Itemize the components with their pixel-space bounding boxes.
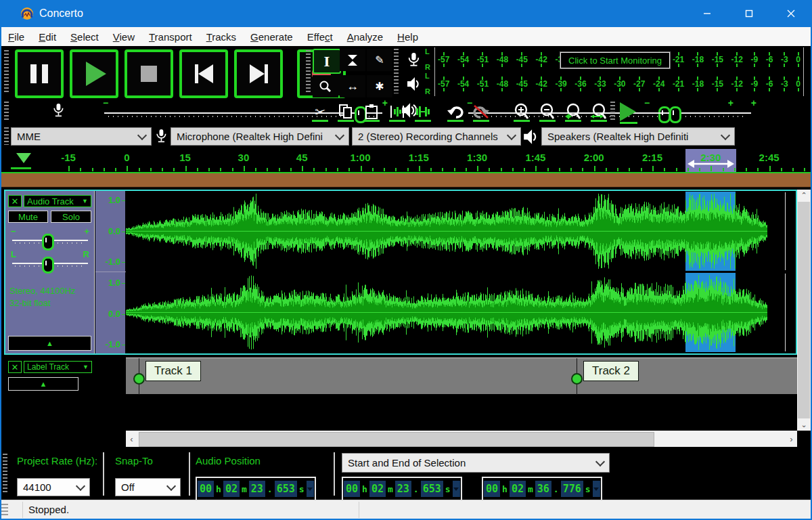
- zoom-out-button[interactable]: [536, 102, 559, 122]
- time-unit[interactable]: h: [501, 481, 509, 497]
- selection-mode-dropdown[interactable]: Start and End of Selection: [342, 453, 610, 473]
- cut-button[interactable]: ✂: [309, 102, 332, 122]
- horizontal-scrollbar[interactable]: ‹ ›: [126, 431, 797, 447]
- menu-item-transport[interactable]: Transport: [149, 31, 192, 43]
- maximize-button[interactable]: [728, 0, 770, 27]
- zoom-tool-button[interactable]: [313, 75, 338, 98]
- undo-button[interactable]: [444, 102, 467, 122]
- menu-item-file[interactable]: File: [8, 31, 24, 43]
- time-unit[interactable]: m: [526, 481, 535, 497]
- pan-thumb[interactable]: [42, 257, 54, 274]
- snap-to-dropdown[interactable]: Off: [115, 478, 181, 496]
- time-unit[interactable]: h: [215, 481, 223, 497]
- time-unit[interactable]: m: [386, 481, 394, 497]
- selection-end-field[interactable]: 00h02m36.776s: [482, 477, 602, 501]
- label-track-name-menu[interactable]: Label Track▼: [24, 361, 92, 373]
- time-digit[interactable]: 23: [395, 481, 411, 497]
- time-digit[interactable]: 23: [249, 481, 265, 497]
- time-field-dropdown-arrow[interactable]: [453, 481, 460, 497]
- scroll-up-arrow[interactable]: ⌃: [797, 191, 811, 200]
- play-button[interactable]: [70, 49, 118, 98]
- audio-host-dropdown[interactable]: MME: [11, 127, 152, 146]
- solo-button[interactable]: Solo: [51, 211, 91, 223]
- tools-toolbar-grip[interactable]: [306, 50, 311, 93]
- time-unit[interactable]: h: [361, 481, 369, 497]
- recording-channels-dropdown[interactable]: 2 (Stereo) Recording Channels: [352, 127, 521, 146]
- skip-to-end-button[interactable]: [234, 49, 283, 98]
- scroll-right-arrow[interactable]: ›: [786, 434, 797, 444]
- selection-start-field[interactable]: 00h02m23.653s: [342, 477, 462, 501]
- mute-button[interactable]: Mute: [8, 211, 48, 223]
- menu-item-edit[interactable]: Edit: [39, 31, 56, 43]
- vertical-ruler[interactable]: 1.00.0-1.01.00.0-1.0: [95, 191, 126, 353]
- zoom-in-button[interactable]: [510, 102, 533, 122]
- redo-button-disabled[interactable]: [470, 102, 493, 122]
- vertical-scroll-thumb[interactable]: [798, 202, 810, 418]
- scroll-left-arrow[interactable]: ‹: [126, 434, 137, 444]
- time-unit[interactable]: s: [298, 481, 306, 497]
- skip-to-start-button[interactable]: [179, 49, 228, 98]
- time-unit[interactable]: s: [444, 481, 452, 497]
- time-digit[interactable]: 653: [275, 481, 297, 497]
- label-text-box[interactable]: Track 1: [145, 361, 201, 381]
- playback-meter[interactable]: -57-54-51-48-45-42-39-36-33-30-27-24-21-…: [434, 72, 804, 96]
- minimize-button[interactable]: [686, 0, 728, 27]
- device-toolbar-grip[interactable]: [4, 127, 9, 145]
- time-unit[interactable]: .: [412, 481, 420, 497]
- silence-audio-button[interactable]: [411, 102, 434, 122]
- track-name-menu[interactable]: Audio Track▼: [24, 195, 91, 207]
- scrub-ruler[interactable]: [0, 173, 812, 188]
- time-field-dropdown-arrow[interactable]: [593, 481, 600, 497]
- gain-thumb[interactable]: [42, 234, 54, 251]
- time-digit[interactable]: 02: [223, 481, 240, 497]
- play-at-speed-grip[interactable]: [610, 102, 615, 121]
- transport-toolbar-grip[interactable]: [4, 50, 9, 93]
- meter-toolbar-grip[interactable]: [394, 49, 399, 93]
- draw-tool-button[interactable]: ✎: [367, 49, 392, 71]
- zoom-selection-button[interactable]: [562, 102, 585, 122]
- pause-button[interactable]: [15, 49, 64, 98]
- time-shift-tool-button[interactable]: ↔: [340, 75, 365, 98]
- time-unit[interactable]: .: [266, 481, 274, 497]
- label-marker[interactable]: [571, 373, 583, 385]
- label-text-box[interactable]: Track 2: [583, 361, 639, 381]
- record-meter-mic-icon[interactable]: [402, 49, 425, 70]
- menu-item-view[interactable]: View: [113, 31, 135, 43]
- recording-device-dropdown[interactable]: Microphone (Realtek High Defini: [171, 127, 349, 146]
- track-collapse-button[interactable]: ▲: [8, 336, 91, 351]
- vertical-scrollbar[interactable]: ⌃ ⌄: [797, 190, 811, 431]
- scroll-down-arrow[interactable]: ⌄: [797, 420, 811, 429]
- playback-device-dropdown[interactable]: Speakers (Realtek High Definiti: [541, 127, 735, 146]
- time-digit[interactable]: 00: [344, 481, 360, 497]
- menu-item-tracks[interactable]: Tracks: [206, 31, 236, 43]
- menu-item-help[interactable]: Help: [397, 31, 418, 43]
- pan-slider[interactable]: L R: [11, 252, 89, 271]
- zoom-fit-button[interactable]: [587, 102, 610, 122]
- time-unit[interactable]: m: [240, 481, 248, 497]
- timeline-pointer[interactable]: [16, 153, 31, 163]
- monitoring-tooltip[interactable]: Click to Start Monitoring: [560, 52, 670, 68]
- track-close-button[interactable]: ✕: [8, 195, 22, 207]
- waveform-channel-right[interactable]: [126, 273, 796, 352]
- close-button[interactable]: [770, 0, 812, 27]
- menu-item-analyze[interactable]: Analyze: [347, 31, 383, 43]
- playback-meter-speaker-icon[interactable]: [402, 73, 425, 95]
- waveform-channel-left[interactable]: [126, 192, 796, 271]
- audio-position-field[interactable]: 00h02m23.653s: [196, 477, 316, 501]
- time-unit[interactable]: s: [584, 481, 592, 497]
- menu-item-effect[interactable]: Effect: [307, 31, 333, 43]
- label-track-close-button[interactable]: ✕: [8, 361, 22, 373]
- copy-button[interactable]: [334, 102, 357, 122]
- play-at-speed-button[interactable]: [620, 102, 637, 124]
- trim-audio-button[interactable]: [386, 102, 409, 122]
- time-digit[interactable]: 36: [535, 481, 551, 497]
- selection-tool-button[interactable]: I: [313, 49, 341, 74]
- label-track-row[interactable]: Track 1Track 2: [126, 358, 797, 394]
- timeline-ruler[interactable]: -1501530451:001:151:301:452:002:152:302:…: [0, 149, 812, 173]
- time-digit[interactable]: 653: [421, 481, 443, 497]
- horizontal-scroll-thumb[interactable]: [139, 432, 654, 447]
- time-digit[interactable]: 02: [369, 481, 386, 497]
- play-speed-slider[interactable]: −+: [644, 102, 734, 122]
- time-digit[interactable]: 776: [561, 481, 583, 497]
- mixer-toolbar-grip[interactable]: [4, 102, 9, 121]
